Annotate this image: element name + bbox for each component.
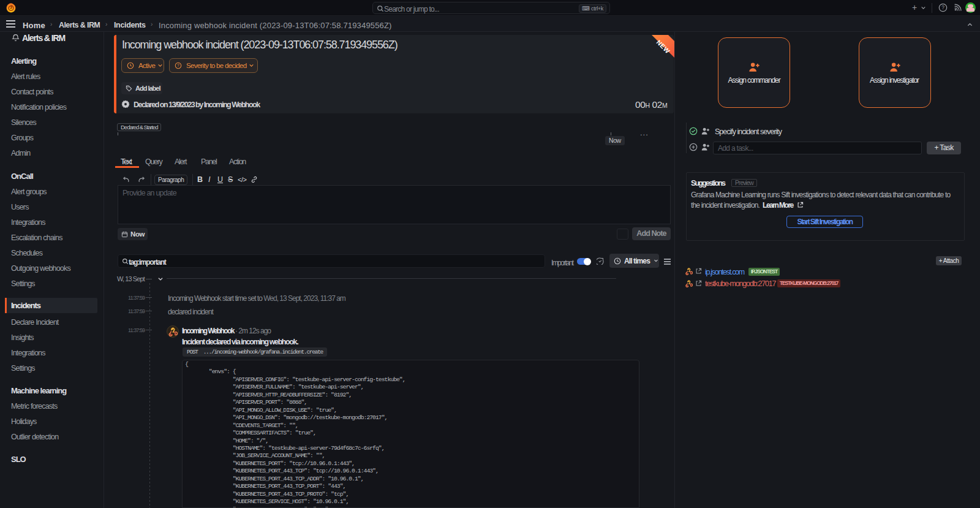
svg-text:?: ?: [941, 4, 944, 10]
svg-text:?: ?: [177, 63, 179, 67]
